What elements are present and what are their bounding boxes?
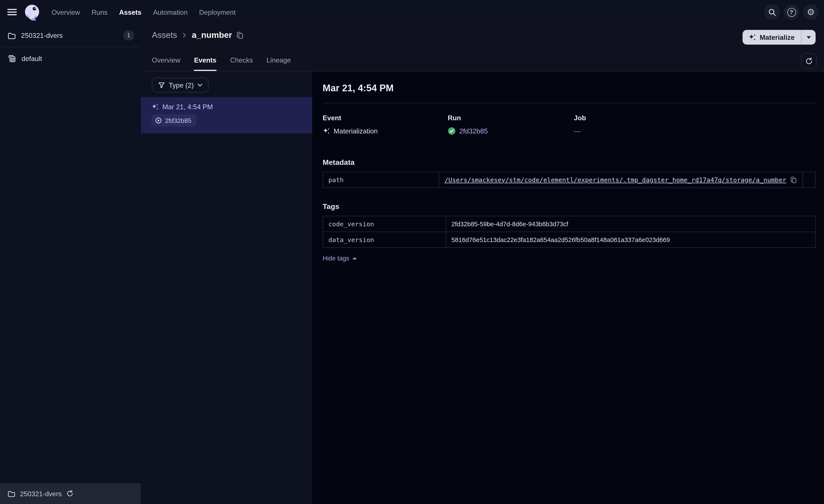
search-button[interactable]: [764, 4, 780, 20]
run-column-header: Run: [448, 114, 574, 122]
dagster-logo-icon[interactable]: [22, 3, 41, 21]
metadata-table: path /Users/smackesey/stm/code/elementl/…: [323, 172, 816, 188]
sidebar-item-label: default: [22, 54, 42, 62]
detail-divider: [323, 103, 816, 103]
refresh-events-button[interactable]: [801, 53, 817, 69]
hide-tags-label: Hide tags: [323, 255, 349, 262]
materialize-button[interactable]: Materialize: [742, 30, 801, 44]
metadata-heading: Metadata: [323, 158, 816, 166]
chevron-down-icon: [197, 83, 202, 87]
tag-value: 5816d76e51c13dac22e3fa182a654aa2d526fb50…: [446, 232, 815, 248]
asset-name: a_number: [192, 30, 232, 40]
tags-table: code_version 2fd32b85-59be-4d7d-8d6e-943…: [323, 216, 816, 248]
copy-asset-name-icon[interactable]: [237, 31, 244, 39]
hamburger-menu-icon[interactable]: [7, 9, 17, 16]
sidebar-footer-label: 250321-dvers: [20, 490, 62, 497]
sidebar-footer[interactable]: 250321-dvers: [0, 483, 141, 504]
materialization-sparkle-icon: [323, 127, 330, 135]
settings-button[interactable]: [803, 4, 819, 20]
materialize-label: Materialize: [760, 33, 795, 41]
nav-assets[interactable]: Assets: [119, 8, 141, 16]
event-detail-panel: Mar 21, 4:54 PM Event Materi: [312, 72, 824, 504]
tag-value: 2fd32b85-59be-4d7d-8d6e-943b6b3d73cf: [446, 216, 815, 232]
tag-key: code_version: [323, 216, 446, 232]
tag-key: data_version: [323, 232, 446, 248]
search-icon: [768, 8, 776, 16]
caret-down-icon: [807, 36, 811, 38]
tab-events[interactable]: Events: [194, 56, 216, 71]
folder-icon: [7, 31, 16, 39]
breadcrumb-assets-link[interactable]: Assets: [152, 30, 177, 40]
asset-tabs: Overview Events Checks Lineage: [152, 56, 291, 71]
nav-automation[interactable]: Automation: [153, 8, 188, 16]
help-button[interactable]: [784, 4, 799, 20]
help-icon: [787, 8, 796, 16]
chevron-right-icon: [182, 32, 187, 38]
event-summary: Event Materialization R: [323, 114, 816, 135]
reload-definitions-icon[interactable]: [66, 490, 73, 497]
job-column-header: Job: [574, 114, 816, 122]
nav-deployment[interactable]: Deployment: [199, 8, 235, 16]
refresh-icon: [805, 57, 813, 65]
hide-tags-link[interactable]: Hide tags: [323, 255, 356, 262]
event-run-pill[interactable]: 2fd32b85: [151, 114, 197, 127]
sidebar-group-label: 250321-dvers: [21, 31, 63, 39]
metadata-key: path: [323, 172, 439, 188]
tab-lineage[interactable]: Lineage: [267, 56, 291, 71]
breadcrumb: Assets a_number: [152, 24, 824, 40]
asset-count-badge: 1: [123, 30, 134, 41]
metadata-actions-cell: [803, 172, 815, 188]
materialize-dropdown-button[interactable]: [802, 30, 816, 44]
materialize-sparkle-icon: [748, 33, 756, 41]
top-nav: Overview Runs Assets Automation Deployme…: [0, 0, 824, 24]
tab-checks[interactable]: Checks: [230, 56, 253, 71]
run-target-icon: [155, 117, 162, 124]
metadata-path-link[interactable]: /Users/smackesey/stm/code/elementl/exper…: [444, 176, 786, 183]
gear-icon: [807, 8, 815, 16]
event-list-item-selected[interactable]: Mar 21, 4:54 PM 2fd32b85: [141, 97, 312, 133]
nav-runs[interactable]: Runs: [92, 8, 108, 16]
event-type-value: Materialization: [334, 127, 378, 135]
caret-up-icon: [352, 257, 356, 259]
tag-row-data-version: data_version 5816d76e51c13dac22e3fa182a6…: [323, 232, 815, 248]
run-success-icon: [448, 127, 455, 135]
sidebar-item-default[interactable]: default: [0, 47, 141, 70]
materialize-split-button: Materialize: [742, 30, 816, 44]
asset-sidebar: 250321-dvers 1 default 25032: [0, 24, 141, 504]
tags-heading: Tags: [323, 202, 816, 211]
folder-icon: [7, 490, 15, 497]
event-type-filter[interactable]: Type (2): [152, 78, 208, 92]
event-column-header: Event: [323, 114, 448, 122]
filter-funnel-icon: [158, 82, 165, 89]
sidebar-group-row[interactable]: 250321-dvers 1: [0, 24, 141, 47]
event-timestamp: Mar 21, 4:54 PM: [163, 103, 213, 111]
event-detail-title: Mar 21, 4:54 PM: [323, 83, 816, 94]
tag-row-code-version: code_version 2fd32b85-59be-4d7d-8d6e-943…: [323, 216, 815, 232]
metadata-row-path: path /Users/smackesey/stm/code/elementl/…: [323, 172, 815, 188]
run-id-link[interactable]: 2fd32b85: [459, 127, 488, 135]
nav-overview[interactable]: Overview: [51, 8, 80, 16]
job-value: —: [574, 127, 581, 135]
materialization-sparkle-icon: [151, 103, 159, 111]
copy-path-icon[interactable]: [791, 176, 797, 183]
event-run-id: 2fd32b85: [165, 117, 191, 124]
asset-group-icon: [7, 54, 16, 63]
app-root: Overview Runs Assets Automation Deployme…: [0, 0, 824, 504]
main-panel: Assets a_number Overview Events: [141, 24, 824, 504]
tab-overview[interactable]: Overview: [152, 56, 180, 71]
asset-header: Assets a_number Overview Events: [141, 24, 824, 72]
primary-nav: Overview Runs Assets Automation Deployme…: [51, 8, 235, 16]
filter-label: Type (2): [169, 81, 194, 89]
events-list-panel: Type (2) M: [141, 72, 312, 504]
